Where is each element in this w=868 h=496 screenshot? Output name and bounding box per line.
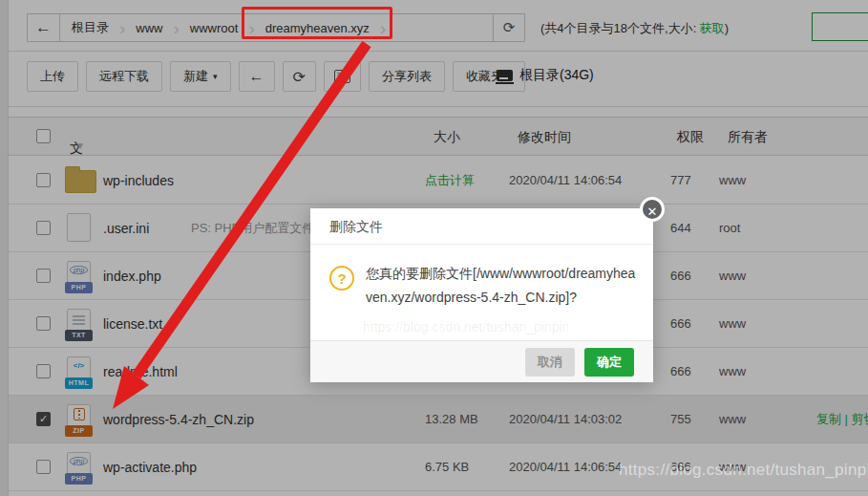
delete-dialog: ✕ 删除文件 ? 您真的要删除文件[/www/wwwroot/dreamyhea… <box>310 208 653 382</box>
file-manager-page: ← 根目录›www›wwwroot›dreamyheaven.xyz› ⟳ (共… <box>0 0 868 496</box>
confirm-button[interactable]: 确定 <box>584 348 634 377</box>
dialog-message: 您真的要删除文件[/www/wwwroot/dreamyheaven.xyz/w… <box>366 262 638 310</box>
close-icon[interactable]: ✕ <box>640 197 665 222</box>
cancel-button[interactable]: 取消 <box>525 348 575 377</box>
dialog-footer: 取消 确定 <box>310 340 653 382</box>
dialog-title: 删除文件 <box>310 208 653 245</box>
faint-watermark: https://blog.csdn.net/tushan_pinpin <box>363 319 569 334</box>
question-icon: ? <box>329 266 354 291</box>
dialog-body: ? 您真的要删除文件[/www/wwwroot/dreamyheaven.xyz… <box>310 245 653 340</box>
